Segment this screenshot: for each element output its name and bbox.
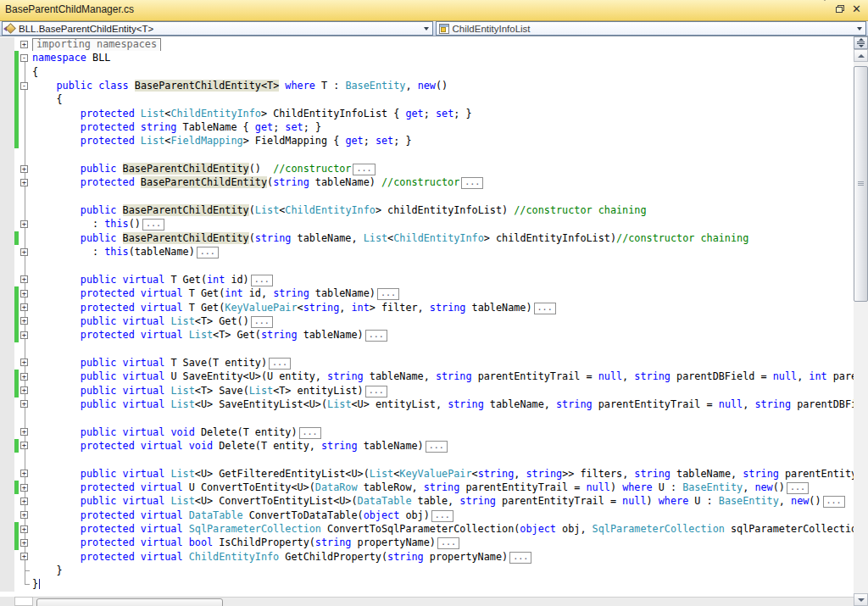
outline-expand-toggle[interactable]: + [20, 317, 28, 325]
collapsed-body-box[interactable]: ... [431, 510, 453, 522]
code-text[interactable]: protected BaseParentChildEntity(string t… [32, 175, 854, 189]
collapsed-body-box[interactable]: ... [426, 441, 448, 453]
collapsed-body-box[interactable]: ... [251, 316, 273, 328]
code-text[interactable]: public virtual List<T> Get()... [32, 314, 854, 328]
code-text[interactable]: public virtual List<U> ConvertToEntityLi… [32, 494, 854, 508]
code-text[interactable]: } [32, 564, 854, 577]
scroll-down-button[interactable] [854, 593, 868, 606]
scroll-up-button[interactable] [854, 49, 868, 62]
collapsed-body-box[interactable]: ... [197, 247, 219, 259]
outline-expand-toggle[interactable]: + [20, 539, 28, 547]
outline-expand-toggle[interactable]: + [20, 511, 28, 519]
code-text[interactable]: protected virtual U ConvertToEntity<U>(D… [32, 481, 854, 494]
vertical-scroll-track[interactable] [854, 62, 868, 593]
code-text[interactable] [32, 453, 854, 466]
outline-expand-toggle[interactable]: + [20, 275, 28, 283]
code-text[interactable]: protected virtual void Delete(T entity, … [32, 439, 854, 453]
code-text[interactable]: protected List<FieldMapping> FieldMappin… [32, 134, 854, 147]
code-text[interactable]: } [32, 577, 854, 591]
code-text[interactable]: protected List<ChildEntityInfo> ChildEnt… [32, 107, 854, 120]
code-text[interactable]: public virtual void Delete(T entity)... [32, 425, 854, 439]
outline-expand-toggle[interactable]: + [20, 220, 28, 228]
code-text[interactable]: : this()... [32, 217, 854, 231]
type-dropdown-arrow-icon[interactable] [420, 27, 432, 31]
outline-expand-toggle[interactable]: + [20, 386, 28, 394]
collapsed-body-box[interactable]: ... [787, 482, 809, 494]
outline-expand-toggle[interactable]: + [20, 553, 28, 560]
code-text[interactable]: protected virtual T Get(int id, string t… [32, 286, 854, 300]
collapsed-body-box[interactable]: ... [823, 496, 845, 508]
vertical-scroll-thumb[interactable] [854, 66, 868, 302]
horizontal-scroll-track[interactable] [33, 597, 854, 606]
collapsed-body-box[interactable]: ... [509, 552, 531, 564]
code-text[interactable]: protected virtual bool IsChildProperty(s… [32, 536, 854, 549]
code-text[interactable]: protected virtual SqlParameterCollection… [32, 522, 854, 536]
code-text[interactable]: public class BaseParentChildEntity<T> wh… [32, 79, 854, 92]
collapsed-body-box[interactable]: ... [437, 537, 459, 549]
collapsed-body-box[interactable]: ... [377, 288, 399, 300]
outline-expand-toggle[interactable]: + [20, 428, 28, 436]
close-icon[interactable]: ✕ [852, 4, 861, 14]
split-editor-handle[interactable] [854, 36, 868, 49]
code-text[interactable] [32, 148, 854, 162]
outline-expand-toggle[interactable]: + [20, 400, 28, 408]
member-dropdown-arrow-icon[interactable] [854, 27, 865, 31]
code-text[interactable]: public virtual T Save(T entity)... [32, 356, 854, 370]
outline-expand-toggle[interactable]: + [20, 248, 28, 256]
outline-collapse-toggle[interactable]: - [20, 54, 28, 62]
code-text[interactable]: protected virtual ChildEntityInfo GetChi… [32, 550, 854, 564]
code-text[interactable]: public virtual List<U> GetFilteredEntity… [32, 467, 854, 481]
code-text[interactable]: { [32, 65, 854, 79]
collapsed-body-box[interactable]: ... [269, 358, 291, 370]
code-text[interactable]: public virtual List<T> Save(List<T> enti… [32, 384, 854, 398]
type-dropdown[interactable]: BLL.BaseParentChildEntity<T> [2, 21, 433, 36]
code-text[interactable]: public virtual U SaveEntity<U>(U entity,… [32, 370, 854, 383]
document-tab[interactable]: BaseParentChildManager.cs [0, 3, 141, 18]
code-text[interactable] [32, 259, 854, 273]
code-text[interactable]: namespace BLL [32, 51, 854, 64]
collapsed-body-box[interactable]: ... [353, 164, 375, 175]
member-dropdown[interactable]: ChildEntityInfoList [436, 21, 867, 36]
collapsed-body-box[interactable]: ... [299, 427, 321, 439]
collapsed-body-box[interactable]: ... [534, 303, 556, 314]
code-text[interactable]: public virtual List<U> SaveEntityList<U>… [32, 398, 854, 411]
vertical-scrollbar[interactable] [854, 36, 868, 606]
code-text[interactable]: public virtual T Get(int id)... [32, 273, 854, 286]
horizontal-scroll-thumb[interactable] [36, 598, 223, 606]
code-text[interactable]: public BaseParentChildEntity(string tabl… [32, 231, 854, 245]
collapsed-body-box[interactable]: ... [365, 330, 387, 342]
outline-expand-toggle[interactable]: + [20, 359, 28, 366]
code-text[interactable]: : this(tableName)... [32, 245, 854, 259]
code-text[interactable] [32, 411, 854, 425]
collapsed-body-box[interactable]: ... [365, 386, 387, 398]
outline-expand-toggle[interactable]: + [20, 484, 28, 492]
horizontal-scrollbar[interactable] [0, 597, 854, 606]
scroll-left-button[interactable] [14, 597, 33, 606]
collapsed-body-box[interactable]: ... [251, 275, 273, 286]
code-text[interactable]: protected virtual DataTable ConvertToDat… [32, 509, 854, 522]
outline-expand-toggle[interactable]: + [20, 373, 28, 381]
collapsed-body-box[interactable]: ... [142, 219, 164, 231]
code-text[interactable] [32, 342, 854, 356]
code-editor[interactable]: +importing namespaces-namespace BLL{- pu… [0, 36, 854, 606]
outline-expand-toggle[interactable]: + [20, 470, 28, 477]
outline-collapse-toggle[interactable]: - [20, 82, 28, 90]
outline-expand-toggle[interactable]: + [20, 331, 28, 339]
code-text[interactable]: importing namespaces [32, 37, 854, 51]
code-text[interactable]: public BaseParentChildEntity() //constru… [32, 162, 854, 175]
code-text[interactable]: public BaseParentChildEntity(List<ChildE… [32, 203, 854, 217]
active-files-dropdown-icon[interactable] [821, 1, 828, 16]
collapsed-body-box[interactable]: ... [461, 177, 483, 189]
outline-expand-toggle[interactable]: + [20, 41, 28, 48]
outline-expand-toggle[interactable]: + [20, 498, 28, 505]
outline-expand-toggle[interactable]: + [20, 303, 28, 311]
collapsed-region-box[interactable]: importing namespaces [32, 38, 161, 51]
outline-expand-toggle[interactable]: + [20, 525, 28, 533]
float-window-icon[interactable] [836, 5, 844, 13]
outline-expand-toggle[interactable]: + [20, 290, 28, 297]
code-text[interactable]: protected string TableName { get; set; } [32, 120, 854, 134]
code-text[interactable]: protected virtual T Get(KeyValuePair<str… [32, 301, 854, 314]
outline-expand-toggle[interactable]: + [20, 165, 28, 173]
outline-expand-toggle[interactable]: + [20, 442, 28, 449]
code-text[interactable]: protected virtual List<T> Get(string tab… [32, 328, 854, 342]
